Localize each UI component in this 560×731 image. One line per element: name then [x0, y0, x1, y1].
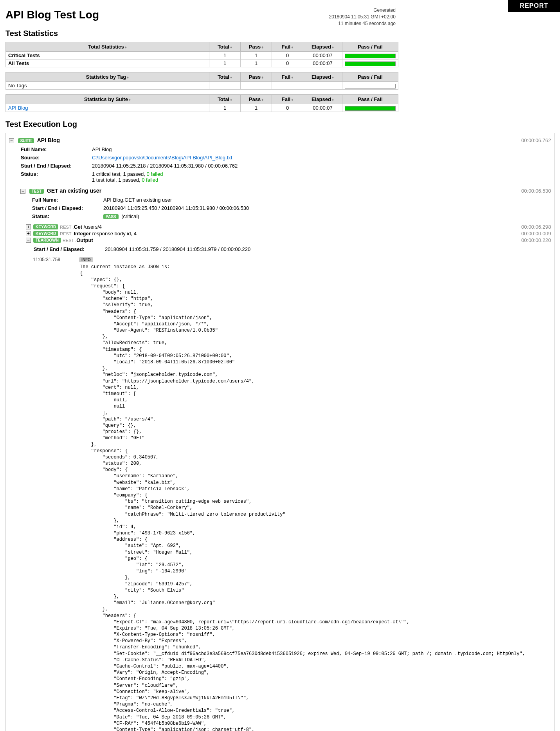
see-label: Start / End / Elapsed:: [34, 245, 104, 253]
test-meta: Full Name:API Blog.GET an existing user …: [31, 195, 250, 221]
table-row: No Tags: [6, 82, 398, 90]
stat-pass: [241, 82, 272, 90]
tag-stats-table: Statistics by Tag♦ Total♦ Pass♦ Fail♦ El…: [5, 72, 398, 90]
col-total[interactable]: Total♦: [209, 42, 241, 52]
see-label: Start / End / Elapsed:: [21, 162, 91, 170]
keyword-row[interactable]: + KEYWORD REST . Get /users/4 00:00:06.2…: [26, 224, 551, 230]
stat-name[interactable]: API Blog: [6, 104, 209, 112]
teardown-row[interactable]: − TEARDOWN REST . Output 00:00:00.220: [26, 237, 551, 243]
table-row: All Tests 1 1 0 00:00:07: [6, 60, 398, 67]
col-total-stats[interactable]: Total Statistics♦: [6, 42, 209, 52]
stat-elapsed: 00:00:07: [303, 60, 342, 67]
see-label: Start / End / Elapsed:: [32, 204, 103, 212]
stat-total: 1: [209, 52, 241, 60]
full-name-value: API Blog.GET an existing user: [103, 196, 249, 204]
col-elapsed[interactable]: Elapsed♦: [303, 72, 342, 82]
teardown-lib: REST .: [63, 238, 76, 243]
stat-bar: [342, 60, 398, 67]
full-name-value: API Blog: [92, 146, 238, 153]
info-badge: INFO: [79, 257, 93, 262]
keyword-lib: REST .: [60, 231, 74, 236]
col-pass[interactable]: Pass♦: [241, 42, 272, 52]
keyword-name: Integer: [74, 231, 91, 236]
col-passfail: Pass / Fail: [342, 95, 398, 104]
output-timestamp: 11:05:31.759: [33, 257, 76, 262]
keyword-row[interactable]: + KEYWORD REST . Integer response body i…: [26, 231, 551, 236]
stat-elapsed: 00:00:07: [303, 52, 342, 60]
col-pass[interactable]: Pass♦: [241, 95, 272, 104]
stat-fail: [272, 82, 303, 90]
col-passfail: Pass / Fail: [342, 72, 398, 82]
stat-fail: 0: [272, 60, 303, 67]
col-fail[interactable]: Fail♦: [272, 42, 303, 52]
generated-datetime: 20180904 11:05:31 GMT+02:00: [329, 14, 396, 20]
collapse-icon[interactable]: −: [26, 238, 31, 243]
report-button[interactable]: REPORT: [508, 0, 560, 12]
see-value: 20180904 11:05:31.759 / 20180904 11:05:3…: [105, 245, 250, 253]
expand-icon[interactable]: +: [26, 224, 31, 229]
keyword-elapsed: 00:00:06.298: [521, 224, 551, 230]
generated-label: Generated: [329, 7, 396, 14]
stat-total: 1: [209, 104, 241, 112]
keyword-name: Get: [74, 224, 83, 230]
teardown-meta: Start / End / Elapsed:20180904 11:05:31.…: [33, 245, 251, 254]
suite-elapsed: 00:00:06.762: [521, 137, 551, 143]
table-row: API Blog 1 1 0 00:00:07: [6, 104, 398, 112]
stat-bar: [342, 104, 398, 112]
col-pass[interactable]: Pass♦: [241, 72, 272, 82]
col-tag-stats[interactable]: Statistics by Tag♦: [6, 72, 209, 82]
col-total[interactable]: Total♦: [209, 95, 241, 104]
stats-heading: Test Statistics: [5, 29, 555, 38]
full-name-label: Full Name:: [21, 146, 91, 153]
stat-total: 1: [209, 60, 241, 67]
exec-log-container: − SUITE API Blog 00:00:06.762 Full Name:…: [5, 133, 555, 731]
table-row: Critical Tests 1 1 0 00:00:07: [6, 52, 398, 60]
source-link[interactable]: C:\Users\igor.popovski\Documents\Blog\AP…: [92, 155, 232, 161]
test-badge: TEST: [29, 189, 44, 194]
suite-header[interactable]: − SUITE API Blog 00:00:06.762: [9, 137, 551, 143]
stat-name[interactable]: Critical Tests: [6, 52, 209, 60]
collapse-icon[interactable]: −: [9, 138, 14, 143]
suite-link[interactable]: API Blog: [8, 105, 28, 111]
suite-badge: SUITE: [18, 138, 34, 143]
stat-elapsed: 00:00:07: [303, 104, 342, 112]
generated-ago: 11 minutes 45 seconds ago: [329, 20, 396, 27]
teardown-elapsed: 00:00:00.220: [521, 237, 551, 243]
json-output: The current instance as JSON is: { "spec…: [80, 264, 551, 731]
col-suite-stats[interactable]: Statistics by Suite♦: [6, 95, 209, 104]
stat-elapsed: [303, 82, 342, 90]
stat-name: No Tags: [6, 82, 209, 90]
page-title: API Blog Test Log: [5, 9, 555, 21]
status-label: Status:: [21, 170, 91, 184]
teardown-name: Output: [76, 237, 93, 243]
keyword-args: response body id, 4: [92, 231, 136, 236]
keyword-badge: KEYWORD: [33, 231, 58, 236]
col-total[interactable]: Total♦: [209, 72, 241, 82]
full-name-label: Full Name:: [32, 196, 103, 204]
collapse-icon[interactable]: −: [20, 189, 25, 194]
stat-name[interactable]: All Tests: [6, 60, 209, 67]
teardown-badge: TEARDOWN: [33, 238, 61, 243]
suite-name: API Blog: [37, 137, 60, 143]
keyword-badge: KEYWORD: [33, 224, 58, 229]
stat-fail: 0: [272, 52, 303, 60]
expand-icon[interactable]: +: [26, 231, 31, 236]
keyword-elapsed: 00:00:00.009: [521, 231, 551, 236]
keyword-lib: REST .: [60, 225, 74, 229]
col-elapsed[interactable]: Elapsed♦: [303, 95, 342, 104]
col-elapsed[interactable]: Elapsed♦: [303, 42, 342, 52]
stat-bar: [342, 52, 398, 60]
stat-pass: 1: [241, 52, 272, 60]
test-elapsed: 00:00:06.530: [521, 188, 551, 194]
stat-pass: 1: [241, 60, 272, 67]
col-fail[interactable]: Fail♦: [272, 95, 303, 104]
stat-bar: [342, 82, 398, 90]
see-value: 20180904 11:05:25.218 / 20180904 11:05:3…: [92, 162, 238, 170]
stat-fail: 0: [272, 104, 303, 112]
test-header[interactable]: − TEST GET an existing user 00:00:06.530: [20, 188, 551, 194]
suite-stats-table: Statistics by Suite♦ Total♦ Pass♦ Fail♦ …: [5, 94, 398, 112]
generated-info: Generated 20180904 11:05:31 GMT+02:00 11…: [329, 7, 396, 27]
col-fail[interactable]: Fail♦: [272, 72, 303, 82]
status-value: PASS (critical): [103, 213, 249, 220]
col-passfail: Pass / Fail: [342, 42, 398, 52]
